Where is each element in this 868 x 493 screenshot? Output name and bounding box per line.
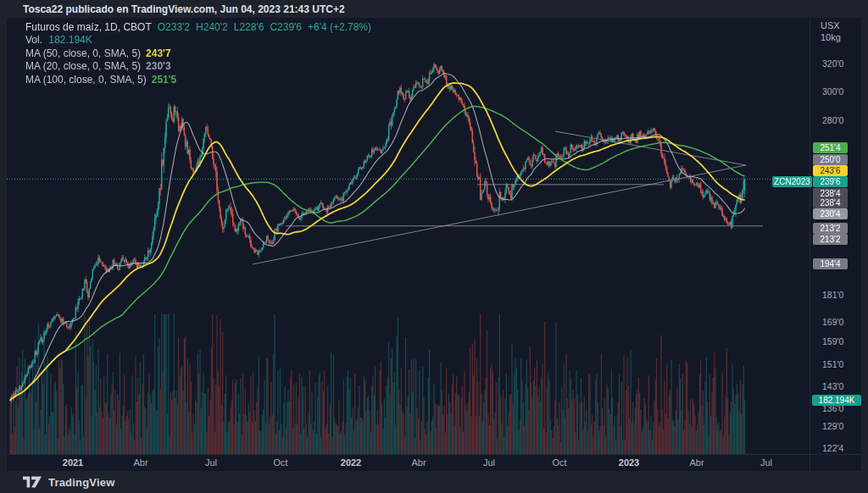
chart-legend: Futuros de maíz, 1D, CBOTO233'2H240'2L22…	[25, 21, 377, 86]
price-tick: 122'4	[822, 443, 843, 454]
price-tick: 129'0	[822, 421, 843, 432]
price-axis-label: 243'6	[813, 165, 848, 176]
attribution-text: Tosca22 publicado en TradingView.com, Ju…	[23, 0, 345, 19]
time-tick: Abr	[411, 457, 426, 468]
ohlc-values: O233'2H240'2L228'6C239'6+6'4 (+2.78%)	[158, 21, 377, 33]
price-axis-label: 194'4	[813, 258, 848, 269]
tradingview-logo-icon	[23, 476, 42, 488]
legend-symbol-row: Futuros de maíz, 1D, CBOTO233'2H240'2L22…	[25, 21, 377, 34]
time-tick: Jul	[205, 457, 217, 468]
time-tick: Abr	[133, 457, 147, 468]
chart-widget: Futuros de maíz, 1D, CBOTO233'2H240'2L22…	[7, 18, 861, 471]
price-axis-label: 213'2	[813, 234, 848, 245]
price-tick: 181'0	[822, 290, 843, 301]
price-tick: 143'0	[822, 381, 843, 392]
legend-ma-rows: MA (50, close, 0, SMA, 5)243'7MA (20, cl…	[25, 47, 377, 86]
symbol-title: Futuros de maíz, 1D, CBOT	[25, 21, 152, 33]
price-tick: 169'0	[822, 317, 843, 328]
footer-brand-text: TradingView	[48, 476, 115, 489]
tradingview-snapshot: Tosca22 publicado en TradingView.com, Ju…	[0, 0, 868, 493]
axis-unit-weight: 10kg	[821, 32, 841, 42]
price-axis-label: 251'4	[813, 142, 848, 153]
ma-row-value: 230'3	[146, 60, 171, 72]
ohlc-item: H240'2	[196, 21, 228, 33]
ohlc-item: L228'6	[234, 21, 264, 33]
price-axis-label: 250'0	[813, 154, 848, 165]
time-tick: 2021	[63, 457, 83, 468]
ma-row-label: MA (50, close, 0, SMA, 5)	[25, 47, 141, 59]
price-tick: 320'0	[822, 58, 843, 69]
price-axis-border	[810, 18, 810, 471]
volume-axis-label: 182.194K	[812, 395, 861, 406]
symbol-price-tag: ZCN2023	[772, 176, 812, 187]
volume-value: 182.194K	[48, 34, 92, 46]
volume-label: Vol.	[25, 34, 42, 46]
price-axis-label: 213'2	[813, 223, 848, 234]
price-tick: 159'0	[822, 336, 843, 347]
ma-row-label: MA (100, close, 0, SMA, 5)	[25, 74, 147, 86]
price-axis-label: 239'6	[813, 176, 848, 187]
legend-ma-row: MA (50, close, 0, SMA, 5)243'7	[25, 47, 377, 60]
legend-volume-row: Vol. 182.194K	[25, 34, 377, 47]
ohlc-item: O233'2	[158, 21, 190, 33]
time-tick: Jul	[483, 457, 495, 468]
time-tick: Abr	[689, 457, 704, 468]
legend-ma-row: MA (100, close, 0, SMA, 5)251'5	[25, 74, 377, 86]
time-tick: 2022	[341, 457, 361, 468]
ma-row-value: 251'5	[152, 74, 177, 86]
ma-row-value: 243'7	[146, 47, 171, 59]
price-tick: 300'0	[822, 86, 843, 97]
time-tick: Jul	[760, 457, 772, 468]
price-axis-label: 238'4	[813, 197, 848, 208]
price-axis-label: 230'4	[813, 208, 848, 219]
ohlc-item: C239'6	[270, 21, 302, 33]
footer[interactable]: TradingView	[23, 471, 115, 493]
price-tick: 280'0	[822, 115, 843, 126]
time-tick: Oct	[552, 457, 566, 468]
legend-ma-row: MA (20, close, 0, SMA, 5)230'3	[25, 60, 377, 73]
ohlc-item: +6'4 (+2.78%)	[308, 21, 371, 33]
time-tick: Oct	[273, 457, 287, 468]
price-tick: 151'0	[822, 359, 843, 370]
time-axis-border	[7, 454, 861, 455]
time-tick: 2023	[619, 457, 639, 468]
axis-unit-currency: USX	[821, 20, 840, 30]
ma-row-label: MA (20, close, 0, SMA, 5)	[25, 60, 141, 72]
